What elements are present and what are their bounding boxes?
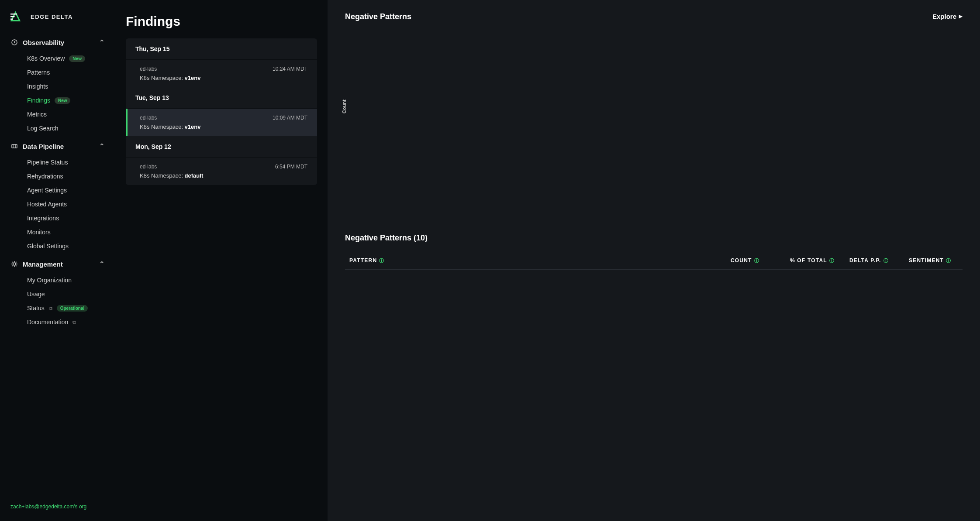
nav-item-status[interactable]: Status⧉Operational: [0, 301, 115, 315]
th-delta[interactable]: DELTA P.P.ⓘ: [845, 252, 904, 270]
section-icon: [10, 38, 18, 46]
finding-item[interactable]: ed-labs 6:54 PM MDT K8s Namespace: defau…: [126, 157, 317, 185]
brand-logo[interactable]: EDGE DELTA: [0, 11, 115, 33]
sidebar: EDGE DELTA Observability ⌃ K8s OverviewN…: [0, 0, 115, 521]
nav-section-label: Data Pipeline: [23, 143, 64, 150]
nav-item-agent-settings[interactable]: Agent Settings: [0, 183, 115, 197]
finding-org: ed-labs: [140, 66, 157, 72]
finding-time: 10:09 AM MDT: [273, 115, 307, 121]
nav-item-findings[interactable]: FindingsNew: [0, 93, 115, 107]
nav-item-label: Rehydrations: [27, 173, 63, 180]
nav-badge: New: [55, 97, 71, 104]
finding-time: 10:24 AM MDT: [273, 66, 307, 72]
negative-patterns-chart[interactable]: Count: [345, 28, 808, 216]
nav-item-label: Insights: [27, 83, 48, 90]
info-icon: ⓘ: [379, 258, 384, 263]
nav-item-global-settings[interactable]: Global Settings: [0, 239, 115, 253]
nav-item-label: Patterns: [27, 69, 50, 76]
nav-item-label: Monitors: [27, 229, 51, 236]
nav-item-label: My Organization: [27, 277, 72, 284]
nav-item-label: Log Search: [27, 125, 59, 132]
finding-date-header: Tue, Sep 13: [126, 87, 317, 108]
nav-item-label: K8s Overview: [27, 55, 65, 62]
nav-item-usage[interactable]: Usage: [0, 287, 115, 301]
nav-item-label: Agent Settings: [27, 187, 67, 194]
table-title: Negative Patterns (10): [345, 233, 963, 243]
nav-badge: Operational: [57, 305, 88, 312]
finding-item[interactable]: ed-labs 10:24 AM MDT K8s Namespace: v1en…: [126, 59, 317, 87]
svg-point-2: [13, 263, 16, 265]
th-pct[interactable]: % OF TOTALⓘ: [786, 252, 845, 270]
chevron-up-icon: ⌃: [99, 38, 105, 46]
patterns-table: PATTERNⓘ COUNTⓘ % OF TOTALⓘ DELTA P.P.ⓘ …: [345, 252, 963, 270]
nav-item-label: Metrics: [27, 111, 47, 118]
nav-item-label: Global Settings: [27, 243, 69, 250]
nav-item-label: Integrations: [27, 215, 59, 222]
finding-ns: v1env: [185, 75, 201, 81]
nav-item-insights[interactable]: Insights: [0, 79, 115, 93]
finding-time: 6:54 PM MDT: [275, 164, 307, 170]
nav-badge: New: [69, 55, 85, 62]
svg-rect-1: [12, 144, 17, 148]
th-sentiment[interactable]: SENTIMENTⓘ: [904, 252, 963, 270]
chevron-right-icon: ▸: [959, 12, 963, 20]
info-icon: ⓘ: [754, 258, 759, 263]
nav-item-documentation[interactable]: Documentation⧉: [0, 315, 115, 329]
nav-section-observability[interactable]: Observability ⌃: [0, 33, 115, 51]
chart-title: Negative Patterns: [345, 12, 411, 21]
y-axis-label: Count: [342, 99, 347, 113]
nav-item-label: Findings: [27, 97, 50, 104]
findings-title: Findings: [126, 14, 317, 29]
info-icon: ⓘ: [883, 258, 889, 263]
external-link-icon: ⧉: [72, 319, 76, 325]
th-pattern[interactable]: PATTERNⓘ: [345, 252, 726, 270]
findings-panel: Findings Thu, Sep 15 ed-labs 10:24 AM MD…: [115, 0, 328, 521]
nav-item-k8s-overview[interactable]: K8s OverviewNew: [0, 51, 115, 65]
nav-item-monitors[interactable]: Monitors: [0, 225, 115, 239]
finding-ns: default: [185, 172, 204, 179]
nav-item-label: Hosted Agents: [27, 201, 67, 208]
section-icon: [10, 142, 18, 150]
finding-date-header: Thu, Sep 15: [126, 38, 317, 59]
finding-ns-label: K8s Namespace:: [140, 123, 185, 130]
finding-ns: v1env: [185, 123, 201, 130]
nav-item-integrations[interactable]: Integrations: [0, 211, 115, 225]
nav-item-label: Status: [27, 305, 45, 312]
external-link-icon: ⧉: [49, 305, 52, 311]
chevron-up-icon: ⌃: [99, 142, 105, 150]
nav-item-label: Usage: [27, 291, 45, 298]
nav-section-data pipeline[interactable]: Data Pipeline ⌃: [0, 137, 115, 155]
sidebar-footer-org[interactable]: zach+labs@edgedelta.com's org: [0, 504, 115, 510]
finding-org: ed-labs: [140, 164, 157, 170]
finding-date-header: Mon, Sep 12: [126, 136, 317, 157]
nav-item-label: Documentation: [27, 319, 68, 326]
nav-item-patterns[interactable]: Patterns: [0, 65, 115, 79]
finding-item[interactable]: ed-labs 10:09 AM MDT K8s Namespace: v1en…: [126, 108, 317, 136]
brand-name: EDGE DELTA: [31, 14, 73, 20]
nav-item-pipeline-status[interactable]: Pipeline Status: [0, 155, 115, 169]
nav-item-rehydrations[interactable]: Rehydrations: [0, 169, 115, 183]
info-icon: ⓘ: [829, 258, 835, 263]
findings-list: Thu, Sep 15 ed-labs 10:24 AM MDT K8s Nam…: [126, 38, 317, 185]
nav-item-label: Pipeline Status: [27, 159, 68, 166]
info-icon: ⓘ: [946, 258, 951, 263]
nav-item-my-organization[interactable]: My Organization: [0, 273, 115, 287]
finding-org: ed-labs: [140, 115, 157, 121]
nav-item-hosted-agents[interactable]: Hosted Agents: [0, 197, 115, 211]
finding-ns-label: K8s Namespace:: [140, 75, 185, 81]
nav-section-label: Management: [23, 260, 63, 268]
logo-icon: [10, 11, 27, 22]
explore-label: Explore: [932, 13, 956, 20]
main-content: Negative Patterns Explore ▸ Count Negati…: [328, 0, 980, 521]
nav-item-metrics[interactable]: Metrics: [0, 107, 115, 121]
nav-item-log-search[interactable]: Log Search: [0, 121, 115, 135]
th-count[interactable]: COUNTⓘ: [726, 252, 786, 270]
nav-section-management[interactable]: Management ⌃: [0, 255, 115, 273]
chevron-up-icon: ⌃: [99, 260, 105, 268]
section-icon: [10, 260, 18, 268]
explore-link[interactable]: Explore ▸: [932, 12, 963, 20]
finding-ns-label: K8s Namespace:: [140, 172, 185, 179]
nav-section-label: Observability: [23, 39, 64, 46]
